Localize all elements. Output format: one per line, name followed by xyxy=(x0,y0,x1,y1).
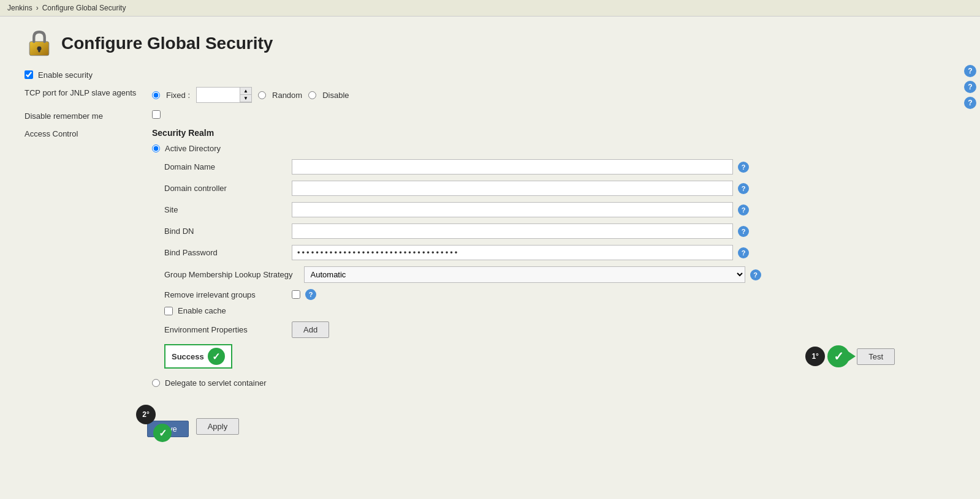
disable-radio[interactable] xyxy=(308,91,316,99)
random-radio[interactable] xyxy=(258,91,266,99)
domain-name-row: Domain Name example.com ? xyxy=(164,159,932,174)
success-badge: Success ✓ xyxy=(164,344,232,369)
remove-irrelevant-checkbox[interactable] xyxy=(292,290,300,299)
domain-controller-help[interactable]: ? xyxy=(738,183,749,194)
delegate-radio[interactable] xyxy=(152,379,160,387)
enable-cache-checkbox[interactable] xyxy=(164,307,173,315)
domain-name-input[interactable]: example.com xyxy=(292,159,733,174)
tcp-port-label: TCP port for JNLP slave agents xyxy=(25,87,147,97)
test-area: 1° ✓ Test xyxy=(805,345,895,367)
active-directory-radio[interactable] xyxy=(152,144,160,152)
security-realm-header: Security Realm xyxy=(152,128,932,138)
bind-dn-help[interactable]: ? xyxy=(738,226,749,237)
success-check-icon: ✓ xyxy=(208,348,225,365)
bind-dn-input[interactable]: CN=fari,OU=users, OU=support1,DC=example… xyxy=(292,223,733,239)
domain-name-label: Domain Name xyxy=(164,162,287,171)
group-membership-label: Group Membership Lookup Strategy xyxy=(164,270,299,279)
save-check-icon: ✓ xyxy=(153,424,172,442)
disable-remember-checkbox[interactable] xyxy=(152,110,161,119)
bottom-bar: 2° ✓ Save Apply xyxy=(25,410,932,437)
disable-label: Disable xyxy=(322,91,349,100)
access-control-row: Access Control Security Realm Active Dir… xyxy=(25,128,932,397)
remove-irrelevant-row: Remove irrelevant groups ? xyxy=(164,289,932,300)
domain-controller-label: Domain controller xyxy=(164,184,287,193)
env-properties-label: Environment Properties xyxy=(164,325,287,334)
access-control-content: Security Realm Active Directory Domain N… xyxy=(152,128,932,397)
bind-password-row: Bind Password ? xyxy=(164,245,932,260)
spinner-down[interactable]: ▼ xyxy=(240,95,251,102)
bind-password-label: Bind Password xyxy=(164,248,287,257)
breadcrumb: Jenkins › Configure Global Security xyxy=(0,0,980,17)
right-help-panel: ? ? ? xyxy=(960,61,980,113)
test-badge-group: 1° ✓ xyxy=(805,345,849,367)
fixed-label: Fixed : xyxy=(166,91,190,100)
add-button[interactable]: Add xyxy=(292,321,329,338)
bind-password-input[interactable] xyxy=(292,245,733,260)
help-icon-2[interactable]: ? xyxy=(964,81,976,93)
breadcrumb-home[interactable]: Jenkins xyxy=(7,4,32,12)
tcp-port-controls: Fixed : 3434 ▲ ▼ Random Disable xyxy=(152,87,349,103)
site-input[interactable] xyxy=(292,202,733,217)
domain-controller-input[interactable]: 192.168.1.80:3268 xyxy=(292,181,733,196)
help-icon-1[interactable]: ? xyxy=(964,65,976,77)
arrow-icon xyxy=(848,351,856,361)
random-label: Random xyxy=(272,91,302,100)
badge-1: 1° xyxy=(805,347,825,366)
test-button[interactable]: Test xyxy=(857,348,895,365)
remove-irrelevant-help[interactable]: ? xyxy=(305,289,316,300)
help-icon-3[interactable]: ? xyxy=(964,97,976,109)
group-membership-row: Group Membership Lookup Strategy Automat… xyxy=(164,266,932,283)
domain-controller-row: Domain controller 192.168.1.80:3268 ? xyxy=(164,181,932,196)
env-properties-row: Environment Properties Add xyxy=(164,321,932,338)
group-membership-select[interactable]: Automatic Recursive xyxy=(304,266,745,283)
active-directory-label: Active Directory xyxy=(165,144,221,153)
fixed-radio[interactable] xyxy=(152,91,160,99)
test-check-wrapper: ✓ xyxy=(827,345,849,367)
spinner-buttons: ▲ ▼ xyxy=(240,88,251,102)
enable-security-row: Enable security xyxy=(25,70,932,80)
port-input[interactable]: 3434 xyxy=(197,89,240,102)
lock-icon xyxy=(25,29,54,58)
remove-irrelevant-label: Remove irrelevant groups xyxy=(164,290,287,299)
spinner-up[interactable]: ▲ xyxy=(240,88,251,95)
site-label: Site xyxy=(164,205,287,214)
domain-name-help[interactable]: ? xyxy=(738,162,749,173)
bind-dn-row: Bind DN CN=fari,OU=users, OU=support1,DC… xyxy=(164,223,932,239)
bind-password-help[interactable]: ? xyxy=(738,247,749,258)
breadcrumb-separator: › xyxy=(36,4,39,12)
site-row: Site ? xyxy=(164,202,932,217)
bind-dn-label: Bind DN xyxy=(164,227,287,236)
success-test-row: Success ✓ 1° ✓ Test xyxy=(164,344,932,369)
apply-button[interactable]: Apply xyxy=(196,418,240,435)
disable-remember-row: Disable remember me xyxy=(25,110,932,121)
tcp-port-row: TCP port for JNLP slave agents Fixed : 3… xyxy=(25,87,932,103)
enable-cache-row: Enable cache xyxy=(164,306,932,315)
save-check-wrapper: ✓ xyxy=(153,424,172,442)
breadcrumb-current: Configure Global Security xyxy=(42,4,126,12)
enable-security-label: Enable security xyxy=(38,70,93,80)
port-input-container: 3434 ▲ ▼ xyxy=(196,87,252,103)
success-label: Success xyxy=(172,352,204,361)
security-realm-section: Security Realm Active Directory Domain N… xyxy=(152,128,932,388)
access-control-label: Access Control xyxy=(25,128,147,138)
page-title: Configure Global Security xyxy=(61,34,273,53)
disable-remember-label: Disable remember me xyxy=(25,110,147,121)
delegate-row: Delegate to servlet container xyxy=(152,378,932,388)
site-help[interactable]: ? xyxy=(738,204,749,216)
active-directory-row: Active Directory xyxy=(152,144,932,153)
enable-cache-label: Enable cache xyxy=(178,306,226,315)
test-check-icon: ✓ xyxy=(827,345,849,367)
page-title-row: Configure Global Security xyxy=(25,29,932,58)
enable-security-checkbox[interactable] xyxy=(25,70,33,79)
save-badge-wrapper: 2° ✓ Save xyxy=(147,416,189,437)
badge-2: 2° xyxy=(136,405,156,424)
svg-rect-3 xyxy=(38,48,40,52)
delegate-label: Delegate to servlet container xyxy=(165,378,266,388)
group-membership-help[interactable]: ? xyxy=(750,269,761,280)
